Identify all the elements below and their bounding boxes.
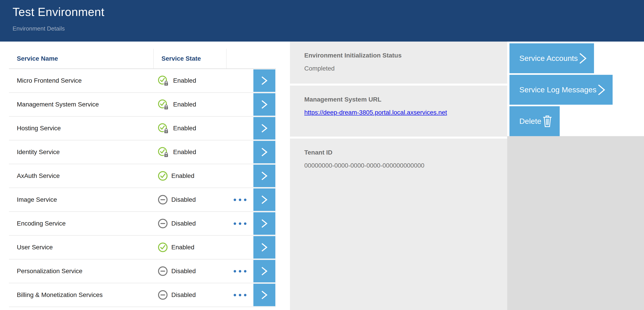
disabled-minus-icon (158, 290, 168, 300)
service-name: AxAuth Service (9, 172, 154, 180)
service-state-label: Enabled (173, 125, 196, 132)
table-row: User Service Enabled (9, 236, 276, 259)
content-area: Service Name Service State Micro Fronten… (0, 42, 644, 310)
row-open-cell (254, 189, 276, 211)
services-table-body: Micro Frontend Service Enabled Managemen… (9, 69, 290, 307)
service-state-label: Enabled (173, 148, 196, 156)
row-open-button[interactable] (254, 212, 275, 235)
row-open-cell (254, 260, 276, 282)
disabled-minus-icon (158, 266, 168, 276)
services-table: Service Name Service State Micro Fronten… (0, 42, 290, 310)
table-row: Personalization Service Disabled (9, 259, 276, 283)
menu-dot (234, 199, 236, 201)
action-label: Delete (519, 117, 541, 125)
menu-dot (234, 270, 236, 272)
service-state: Enabled (154, 147, 226, 158)
row-menu-button[interactable] (232, 196, 249, 203)
row-open-cell (254, 212, 276, 235)
chevron-right-icon (260, 242, 268, 252)
menu-dot (244, 294, 246, 296)
row-open-cell (254, 93, 276, 116)
table-row: Hosting Service Enabled (9, 117, 276, 140)
service-state: Enabled (154, 242, 226, 252)
service-state: Disabled (154, 266, 226, 276)
service-state-label: Disabled (171, 220, 196, 227)
service-state: Enabled (154, 123, 226, 134)
service-name: Hosting Service (9, 125, 154, 132)
row-open-button[interactable] (254, 69, 275, 92)
chevron-right-icon (260, 75, 268, 86)
tenant-id-label: Tenant ID (304, 149, 498, 156)
row-open-button[interactable] (254, 117, 275, 139)
service-state-label: Enabled (173, 101, 196, 108)
page-header: Test Environment Environment Details (0, 0, 644, 42)
page-subtitle: Environment Details (12, 25, 644, 32)
service-name: Personalization Service (9, 267, 154, 275)
service-name: Billing & Monetization Services (9, 291, 154, 298)
service-state-label: Disabled (171, 196, 196, 203)
service-state: Enabled (154, 99, 226, 110)
menu-dot (234, 294, 236, 296)
detail-section-init-status: Environment Initialization Status Comple… (290, 42, 507, 84)
row-open-cell (254, 284, 276, 306)
chevron-right-icon (260, 99, 268, 110)
service-state: Enabled (154, 75, 226, 86)
table-row: Encoding Service Disabled (9, 212, 276, 236)
row-menu-button[interactable] (232, 268, 249, 275)
action-label: Service Accounts (519, 54, 578, 63)
service-name: Micro Frontend Service (9, 77, 154, 84)
enabled-check-lock-icon (158, 147, 170, 158)
chevron-right-icon (260, 123, 268, 133)
disabled-minus-icon (158, 218, 168, 229)
table-row: Image Service Disabled (9, 188, 276, 212)
details-panel: Environment Initialization Status Comple… (290, 42, 507, 310)
chevron-right-icon (260, 171, 268, 181)
trash-icon (541, 115, 554, 128)
row-menu-button[interactable] (232, 291, 249, 298)
row-open-button[interactable] (254, 93, 275, 116)
menu-dot (239, 222, 241, 225)
init-status-label: Environment Initialization Status (304, 52, 498, 59)
row-menu-cell (226, 291, 254, 298)
action-buttons: Service Accounts Service Log Messages De… (507, 42, 644, 136)
row-open-cell (254, 141, 276, 163)
service-state: Disabled (154, 218, 226, 229)
management-url-link[interactable]: https://deep-dream-3805.portal.local.axs… (304, 109, 447, 116)
menu-dot (239, 270, 241, 272)
row-open-button[interactable] (254, 284, 275, 306)
tenant-id-value: 00000000-0000-0000-0000-000000000000 (304, 162, 498, 169)
service-name: Encoding Service (9, 220, 154, 227)
chevron-right-icon (578, 52, 588, 65)
row-menu-button[interactable] (232, 220, 249, 227)
service-accounts-button[interactable]: Service Accounts (510, 43, 594, 73)
menu-dot (244, 222, 246, 225)
chevron-right-icon (260, 266, 268, 276)
row-open-button[interactable] (254, 165, 275, 187)
table-row: Identity Service Enabled (9, 140, 276, 164)
row-open-button[interactable] (254, 141, 275, 163)
init-status-value: Completed (304, 65, 498, 72)
row-open-button[interactable] (254, 260, 275, 282)
delete-button[interactable]: Delete (510, 106, 560, 136)
row-open-button[interactable] (254, 236, 275, 259)
row-open-cell (254, 236, 276, 259)
row-menu-cell (226, 268, 254, 275)
enabled-check-icon (158, 171, 168, 181)
service-log-messages-button[interactable]: Service Log Messages (510, 75, 612, 105)
row-open-cell (254, 117, 276, 139)
table-row: Micro Frontend Service Enabled (9, 69, 276, 93)
service-name: Management System Service (9, 101, 154, 108)
action-label: Service Log Messages (519, 85, 596, 94)
service-state-label: Enabled (173, 77, 196, 84)
service-state: Disabled (154, 195, 226, 205)
chevron-right-icon (260, 147, 268, 157)
sidebar-background (507, 136, 644, 310)
menu-dot (239, 294, 241, 296)
actions-sidebar: Service Accounts Service Log Messages De… (507, 42, 644, 310)
row-open-button[interactable] (254, 189, 275, 211)
column-header-service-state: Service State (154, 49, 226, 69)
row-menu-cell (226, 196, 254, 203)
management-url-label: Management System URL (304, 96, 498, 103)
chevron-right-icon (260, 195, 268, 205)
environment-details-page: Test Environment Environment Details Ser… (0, 0, 644, 310)
